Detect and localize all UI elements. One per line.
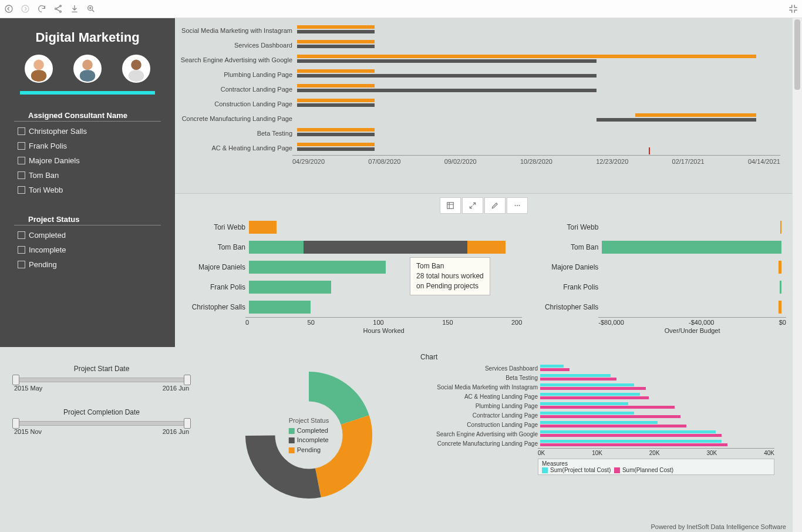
- gantt-label: Beta Testing: [175, 130, 297, 137]
- filter-label: Incomplete: [29, 245, 66, 254]
- budget-label: Tori Webb: [534, 223, 602, 231]
- download-icon[interactable]: [69, 4, 80, 14]
- checkbox-icon[interactable]: [18, 231, 25, 239]
- budget-label: Majore Daniels: [534, 263, 602, 271]
- budget-label: Frank Polis: [534, 283, 602, 291]
- chart-tooltip: Tom Ban 28 total hours worked on Pending…: [410, 257, 490, 295]
- mid-charts-row: Tori WebbTom BanMajore DanielsFrank Poli…: [175, 194, 792, 347]
- budget-label: Tom Ban: [534, 243, 602, 251]
- slider-completion-title: Project Completion Date: [14, 408, 189, 416]
- checkbox-icon[interactable]: [18, 261, 25, 268]
- share-icon[interactable]: [53, 4, 63, 14]
- svg-rect-9: [80, 70, 95, 82]
- avatar-row: [0, 55, 175, 83]
- filter-label: Majore Daniels: [29, 156, 80, 165]
- checkbox-icon[interactable]: [18, 171, 25, 179]
- date-sliders: Project Start Date 2015 May2016 Jun Proj…: [0, 347, 203, 523]
- svg-point-3: [55, 8, 57, 10]
- filter-item[interactable]: Incomplete: [0, 243, 175, 257]
- page-title: Digital Marketing: [0, 30, 175, 45]
- hours-label: Tom Ban: [181, 243, 249, 251]
- filter-label: Christopher Salls: [29, 127, 87, 136]
- svg-point-8: [82, 60, 93, 70]
- filter-item[interactable]: Tori Webb: [0, 183, 175, 197]
- filter-consultant-title: Assigned Consultant Name: [14, 111, 161, 122]
- filter-label: Tori Webb: [29, 186, 63, 194]
- collapse-icon[interactable]: [788, 4, 798, 14]
- sidebar: Digital Marketing Assigned Consultant Na…: [0, 18, 175, 347]
- gantt-label: Services Dashboard: [175, 42, 297, 49]
- filter-item[interactable]: Tom Ban: [0, 168, 175, 183]
- filter-item[interactable]: Completed: [0, 228, 175, 243]
- filter-status-title: Project Status: [14, 215, 161, 225]
- cost-label: Beta Testing: [420, 375, 540, 381]
- checkbox-icon[interactable]: [18, 246, 25, 254]
- hours-label: Tori Webb: [181, 223, 249, 231]
- filter-item[interactable]: Pending: [0, 257, 175, 272]
- accent-bar: [20, 91, 155, 95]
- slider-start[interactable]: [14, 378, 189, 382]
- hours-axis-title: Hours Worked: [245, 327, 522, 334]
- svg-point-6: [33, 60, 44, 70]
- cost-label: Construction Landing Page: [420, 422, 540, 428]
- avatar[interactable]: [25, 55, 53, 83]
- slider-start-title: Project Start Date: [14, 365, 189, 373]
- budget-label: Christopher Salls: [534, 303, 602, 311]
- svg-rect-7: [31, 70, 46, 82]
- gantt-label: Plumbing Landing Page: [175, 71, 297, 78]
- cost-label: Social Media Marketing with Instagram: [420, 384, 540, 390]
- filter-item[interactable]: Frank Polis: [0, 139, 175, 153]
- filter-label: Frank Polis: [29, 142, 67, 150]
- hours-label: Frank Polis: [181, 283, 249, 291]
- cost-chart-title: Chart: [420, 353, 774, 361]
- filter-label: Pending: [29, 260, 57, 269]
- hours-label: Christopher Salls: [181, 303, 249, 311]
- vertical-scrollbar[interactable]: [792, 18, 802, 532]
- svg-rect-11: [129, 70, 144, 82]
- filter-item[interactable]: Christopher Salls: [0, 124, 175, 139]
- svg-point-1: [22, 5, 29, 12]
- filter-item[interactable]: Majore Daniels: [0, 153, 175, 168]
- refresh-icon[interactable]: [36, 4, 47, 14]
- top-toolbar: [0, 0, 802, 18]
- gantt-label: Search Engine Advertising with Google: [175, 56, 297, 63]
- svg-point-2: [60, 5, 62, 7]
- hours-worked-chart[interactable]: Tori WebbTom BanMajore DanielsFrank Poli…: [175, 194, 528, 347]
- filter-label: Tom Ban: [29, 171, 59, 180]
- forward-icon[interactable]: [20, 4, 31, 14]
- cost-label: Plumbing Landing Page: [420, 403, 540, 409]
- avatar[interactable]: [73, 55, 102, 83]
- back-icon[interactable]: [4, 4, 14, 14]
- checkbox-icon[interactable]: [18, 142, 25, 150]
- cost-label: Concrete Manufacturing Landing Page: [420, 440, 540, 447]
- gantt-chart: Social Media Marketing with InstagramSer…: [175, 18, 792, 194]
- gantt-label: Construction Landing Page: [175, 100, 297, 107]
- checkbox-icon[interactable]: [18, 157, 25, 164]
- donut-chart[interactable]: Project Status Completed Incomplete Pend…: [203, 347, 415, 523]
- filter-label: Completed: [29, 231, 66, 240]
- avatar[interactable]: [122, 55, 150, 83]
- hours-label: Majore Daniels: [181, 263, 249, 271]
- gantt-label: Concrete Manufacturing Landing Page: [175, 115, 297, 122]
- cost-legend: Measures Sum(Project total Cost) Sum(Pla…: [538, 459, 774, 475]
- footer-text: Powered by InetSoft Data Intelligence So…: [0, 523, 792, 532]
- svg-point-10: [132, 60, 142, 70]
- gantt-label: Social Media Marketing with Instagram: [175, 27, 297, 34]
- svg-point-4: [60, 11, 62, 12]
- budget-axis-title: Over/Under Budget: [598, 327, 786, 334]
- checkbox-icon[interactable]: [18, 127, 25, 135]
- gantt-label: Contractor Landing Page: [175, 86, 297, 93]
- cost-chart[interactable]: Chart Services DashboardBeta TestingSoci…: [415, 347, 792, 523]
- zoom-icon[interactable]: [86, 4, 96, 14]
- donut-legend: Project Status Completed Incomplete Pend…: [289, 416, 329, 454]
- cost-label: Contractor Landing Page: [420, 412, 540, 419]
- budget-chart[interactable]: Tori WebbTom BanMajore DanielsFrank Poli…: [528, 194, 792, 347]
- cost-label: AC & Heating Landing Page: [420, 393, 540, 400]
- gantt-label: AC & Heating Landing Page: [175, 144, 297, 151]
- svg-point-0: [5, 5, 12, 12]
- checkbox-icon[interactable]: [18, 186, 25, 194]
- cost-label: Search Engine Advertising with Google: [420, 431, 540, 437]
- slider-completion[interactable]: [14, 421, 189, 426]
- cost-label: Services Dashboard: [420, 365, 540, 372]
